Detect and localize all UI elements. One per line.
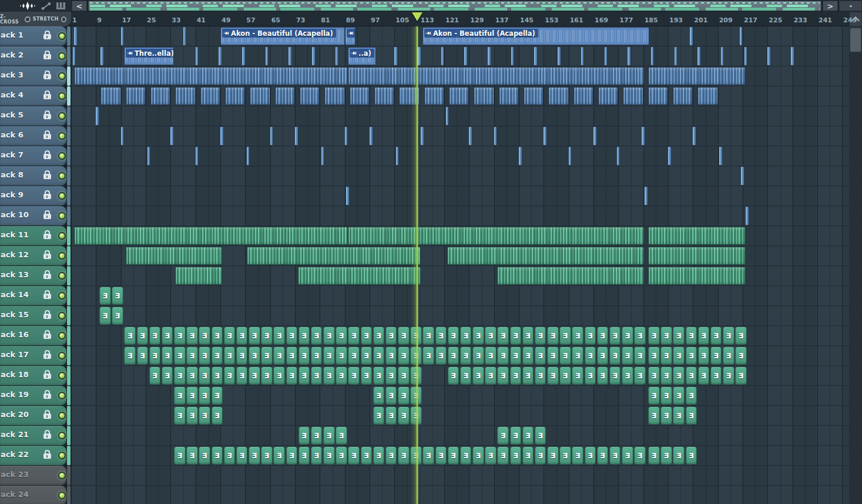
- track-enable-led[interactable]: [58, 212, 66, 220]
- audio-clip[interactable]: Akon - Beautiful (Acapella): [220, 27, 345, 45]
- track-enable-led[interactable]: [58, 252, 66, 260]
- pattern-block-clip[interactable]: Ǝ: [522, 426, 534, 445]
- track-color-strip[interactable]: [67, 426, 71, 445]
- note-clip[interactable]: [170, 127, 173, 145]
- track-header[interactable]: ack 24: [0, 486, 66, 504]
- note-clip[interactable]: [645, 187, 648, 205]
- pattern-block-clip[interactable]: Ǝ: [323, 367, 335, 385]
- track-header[interactable]: ack 8: [0, 166, 66, 186]
- note-clip[interactable]: [73, 47, 76, 65]
- pattern-block-clip[interactable]: Ǝ: [361, 446, 373, 465]
- pattern-block-clip[interactable]: Ǝ: [585, 446, 596, 465]
- pattern-block-clip[interactable]: Ǝ: [710, 327, 722, 345]
- playlist-options-button[interactable]: [839, 1, 862, 11]
- pattern-block-clip[interactable]: Ǝ: [261, 367, 273, 385]
- track-header[interactable]: ack 17: [0, 346, 66, 365]
- pattern-stripes-clip[interactable]: [374, 87, 394, 105]
- track-enable-led[interactable]: [58, 352, 66, 359]
- lock-icon[interactable]: [43, 234, 51, 239]
- lock-icon[interactable]: [43, 314, 51, 319]
- stretch-toggle[interactable]: [61, 16, 67, 22]
- track-color-strip[interactable]: [67, 406, 71, 425]
- pattern-block-clip[interactable]: Ǝ: [273, 327, 285, 345]
- note-clip[interactable]: [558, 47, 561, 65]
- pattern-block-clip[interactable]: Ǝ: [224, 446, 236, 465]
- note-clip[interactable]: [74, 27, 77, 45]
- note-clip[interactable]: [534, 47, 537, 65]
- pattern-block-clip[interactable]: Ǝ: [212, 367, 223, 385]
- note-clip[interactable]: [605, 47, 608, 65]
- track-color-strip[interactable]: [67, 146, 71, 166]
- pattern-block-clip[interactable]: Ǝ: [686, 406, 697, 425]
- track-lane[interactable]: ƎƎƎƎƎƎƎƎ: [71, 426, 849, 446]
- pattern-block-clip[interactable]: Ǝ: [648, 446, 660, 465]
- pattern-block-clip[interactable]: Ǝ: [249, 347, 260, 365]
- note-clip[interactable]: [242, 47, 245, 65]
- pattern-block-clip[interactable]: Ǝ: [648, 367, 660, 385]
- pattern-block-clip[interactable]: Ǝ: [485, 347, 497, 365]
- note-clip[interactable]: [690, 27, 693, 45]
- track-color-strip[interactable]: [67, 66, 71, 86]
- pattern-stripes-clip[interactable]: [275, 87, 295, 105]
- slide-tool-icon[interactable]: [41, 2, 51, 10]
- note-clip[interactable]: [668, 147, 671, 165]
- minimap-scroll-right-button[interactable]: >: [823, 1, 838, 11]
- pattern-block-clip[interactable]: Ǝ: [199, 367, 210, 385]
- track-color-strip[interactable]: [67, 466, 71, 485]
- pattern-block-clip[interactable]: Ǝ: [510, 446, 522, 465]
- pattern-block-clip[interactable]: Ǝ: [124, 347, 136, 365]
- lock-icon[interactable]: [43, 74, 51, 79]
- track-color-strip[interactable]: [67, 386, 71, 405]
- pattern-block-clip[interactable]: Ǝ: [735, 367, 747, 385]
- pattern-block-clip[interactable]: Ǝ: [112, 287, 123, 305]
- track-enable-led[interactable]: [58, 72, 66, 80]
- pattern-stripes-clip[interactable]: [74, 67, 348, 85]
- track-enable-led[interactable]: [58, 332, 66, 340]
- pattern-block-clip[interactable]: Ǝ: [398, 367, 410, 385]
- pattern-block-clip[interactable]: Ǝ: [162, 347, 173, 365]
- pattern-block-clip[interactable]: Ǝ: [323, 327, 335, 345]
- track-enable-led[interactable]: [58, 132, 66, 140]
- pattern-block-clip[interactable]: Ǝ: [510, 426, 522, 445]
- pattern-stripes-clip[interactable]: [449, 87, 469, 105]
- track-lane[interactable]: [71, 186, 849, 206]
- pattern-block-clip[interactable]: Ǝ: [673, 367, 685, 385]
- pattern-block-clip[interactable]: Ǝ: [723, 347, 734, 365]
- pattern-block-clip[interactable]: Ǝ: [236, 367, 248, 385]
- track-color-strip[interactable]: [67, 366, 71, 385]
- audio-clip[interactable]: Akon - Beautiful (Acapella): [422, 27, 649, 45]
- note-clip[interactable]: [295, 127, 298, 145]
- minimap-scroll-left-button[interactable]: <: [72, 1, 87, 11]
- lock-icon[interactable]: [43, 34, 51, 39]
- pattern-block-clip[interactable]: Ǝ: [460, 347, 472, 365]
- track-lane[interactable]: [71, 206, 849, 226]
- note-clip[interactable]: [519, 147, 522, 165]
- track-header[interactable]: ack 23: [0, 466, 66, 485]
- pattern-block-clip[interactable]: Ǝ: [634, 347, 646, 365]
- pattern-stripes-clip[interactable]: [100, 87, 120, 105]
- z-cross-toggle[interactable]: [25, 16, 31, 22]
- pattern-block-clip[interactable]: Ǝ: [261, 347, 273, 365]
- pattern-block-clip[interactable]: Ǝ: [535, 446, 546, 465]
- track-enable-led[interactable]: [58, 472, 66, 479]
- pattern-block-clip[interactable]: Ǝ: [686, 327, 697, 345]
- pattern-block-clip[interactable]: Ǝ: [137, 327, 149, 345]
- note-clip[interactable]: [469, 127, 472, 145]
- pattern-block-clip[interactable]: Ǝ: [212, 387, 223, 405]
- note-clip[interactable]: [421, 127, 424, 145]
- note-clip[interactable]: [593, 127, 596, 145]
- pattern-block-clip[interactable]: Ǝ: [398, 387, 410, 405]
- pattern-block-clip[interactable]: Ǝ: [673, 446, 685, 465]
- pattern-block-clip[interactable]: Ǝ: [273, 367, 285, 385]
- track-enable-led[interactable]: [58, 272, 66, 280]
- note-clip[interactable]: [100, 47, 103, 65]
- note-clip[interactable]: [270, 127, 273, 145]
- pattern-block-clip[interactable]: Ǝ: [99, 287, 111, 305]
- track-lane[interactable]: [71, 246, 849, 266]
- pattern-block-clip[interactable]: Ǝ: [336, 327, 347, 345]
- note-clip[interactable]: [446, 107, 449, 125]
- pattern-block-clip[interactable]: Ǝ: [673, 406, 685, 425]
- track-color-strip[interactable]: [67, 186, 71, 206]
- pattern-block-clip[interactable]: Ǝ: [485, 367, 497, 385]
- pattern-block-clip[interactable]: Ǝ: [199, 387, 210, 405]
